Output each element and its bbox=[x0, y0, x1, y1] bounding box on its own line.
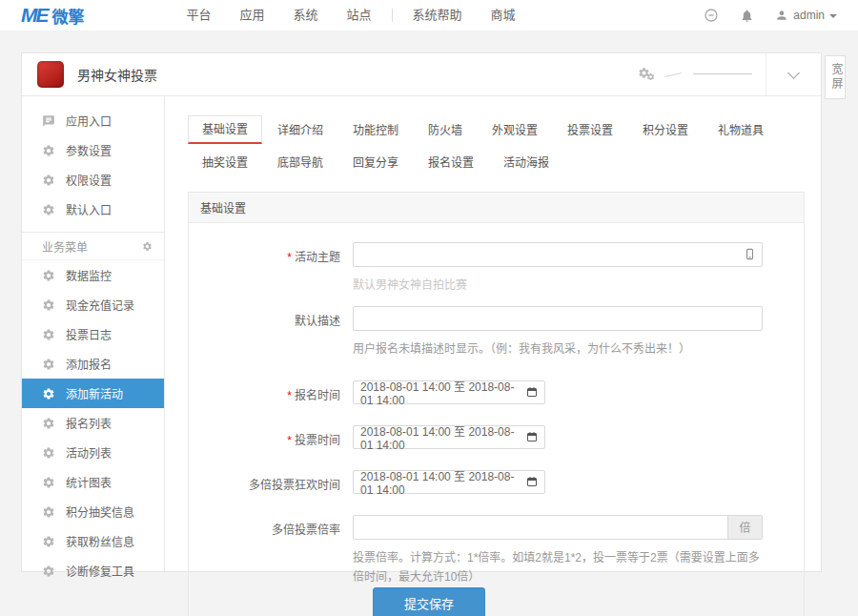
tab-lottery-settings[interactable]: 抽奖设置 bbox=[188, 148, 262, 176]
user-menu[interactable]: admin bbox=[775, 9, 837, 22]
faded-note bbox=[664, 70, 752, 79]
multi-rate-input[interactable] bbox=[354, 516, 727, 539]
topnav-help[interactable]: 系统帮助 bbox=[398, 0, 477, 31]
sidebar-item-label: 默认入口 bbox=[66, 201, 112, 217]
topnav-apps[interactable]: 应用 bbox=[226, 0, 279, 31]
gear-icon bbox=[42, 446, 55, 460]
sidebar-item-data-monitor[interactable]: 数据监控 bbox=[22, 260, 164, 290]
sidebar-item-permission-settings[interactable]: 权限设置 bbox=[22, 165, 164, 195]
widescreen-toggle[interactable]: 宽屏 bbox=[825, 55, 846, 99]
app-header: 男神女神投票 bbox=[22, 53, 821, 96]
required-mark: * bbox=[287, 434, 292, 447]
tab-reply-share[interactable]: 回复分享 bbox=[338, 148, 413, 176]
gear-icon bbox=[42, 535, 55, 548]
topnav-store[interactable]: 商城 bbox=[477, 0, 530, 31]
message-circle-icon[interactable] bbox=[704, 8, 719, 23]
sidebar-item-cash-records[interactable]: 现金充值记录 bbox=[22, 290, 164, 319]
signup-time-range-input[interactable]: 2018-08-01 14:00 至 2018-08-01 14:00 bbox=[353, 380, 545, 404]
tab-appearance[interactable]: 外观设置 bbox=[478, 115, 552, 144]
sidebar-item-label: 诊断修复工具 bbox=[66, 563, 134, 579]
field-label: *投票时间 bbox=[189, 425, 353, 447]
required-mark: * bbox=[287, 251, 292, 264]
gear-icon bbox=[42, 328, 55, 341]
description-help-text: 用户报名未填描述时显示。（例：我有我风采，为什么不秀出来！） bbox=[353, 339, 763, 359]
sidebar-item-lottery-info[interactable]: 积分抽奖信息 bbox=[22, 497, 164, 526]
form-row-description: 默认描述 用户报名未填描述时显示。（例：我有我风采，为什么不秀出来！） bbox=[189, 306, 804, 359]
mobile-insert-icon[interactable] bbox=[744, 247, 756, 261]
gear-icon bbox=[42, 417, 55, 430]
sidebar-item-label: 报名列表 bbox=[66, 415, 112, 431]
sidebar-item-vote-log[interactable]: 投票日志 bbox=[22, 319, 164, 349]
tab-activity-poster[interactable]: 活动海报 bbox=[489, 148, 563, 176]
main-wrap: 男神女神投票 应用入口 参 bbox=[21, 52, 822, 572]
multi-time-range-input[interactable]: 2018-08-01 14:00 至 2018-08-01 14:00 bbox=[353, 470, 545, 494]
tab-function-control[interactable]: 功能控制 bbox=[338, 115, 413, 144]
topnav-system[interactable]: 系统 bbox=[279, 0, 333, 31]
description-input[interactable] bbox=[353, 306, 763, 331]
calendar-icon bbox=[526, 476, 538, 487]
settings-tabs: 基础设置 详细介绍 功能控制 防火墙 外观设置 投票设置 积分设置 礼物道具 抽… bbox=[188, 115, 805, 180]
vote-time-range-input[interactable]: 2018-08-01 14:00 至 2018-08-01 14:00 bbox=[353, 425, 545, 449]
theme-help-text: 默认男神女神自拍比赛 bbox=[353, 276, 763, 295]
tab-detail-intro[interactable]: 详细介绍 bbox=[263, 115, 337, 144]
gear-icon bbox=[42, 387, 55, 400]
sidebar-item-label: 获取粉丝信息 bbox=[66, 533, 134, 549]
field-label: *报名时间 bbox=[189, 380, 353, 402]
sidebar-item-app-entry[interactable]: 应用入口 bbox=[22, 106, 164, 135]
sidebar-item-label: 积分抽奖信息 bbox=[66, 503, 134, 520]
gear-icon bbox=[42, 298, 55, 312]
signup-time-value: 2018-08-01 14:00 至 2018-08-01 14:00 bbox=[360, 378, 521, 407]
sidebar-item-label: 添加报名 bbox=[66, 356, 112, 372]
sidebar-item-param-settings[interactable]: 参数设置 bbox=[22, 135, 164, 165]
tab-signup-settings[interactable]: 报名设置 bbox=[414, 148, 488, 176]
collapse-toggle[interactable] bbox=[766, 53, 821, 95]
tab-gift-props[interactable]: 礼物道具 bbox=[704, 115, 778, 144]
sidebar-item-label: 添加新活动 bbox=[66, 385, 123, 401]
sidebar-item-default-entry[interactable]: 默认入口 bbox=[22, 195, 164, 224]
sidebar-item-signup-list[interactable]: 报名列表 bbox=[22, 408, 164, 438]
settings-gears-icon[interactable] bbox=[638, 67, 659, 82]
sidebar-item-fans-info[interactable]: 获取粉丝信息 bbox=[22, 526, 164, 556]
sidebar-item-add-signup[interactable]: 添加报名 bbox=[22, 349, 164, 379]
field-label: 默认描述 bbox=[189, 306, 353, 328]
sidebar-item-label: 统计图表 bbox=[66, 474, 112, 490]
calendar-icon bbox=[526, 431, 538, 442]
sidebar-item-add-activity[interactable]: 添加新活动 bbox=[22, 379, 164, 408]
notification-bell-icon[interactable] bbox=[740, 9, 754, 23]
theme-input[interactable] bbox=[353, 242, 763, 267]
gear-icon bbox=[42, 565, 55, 578]
sidebar-item-repair-tool[interactable]: 诊断修复工具 bbox=[22, 556, 164, 585]
sidebar-item-label: 现金充值记录 bbox=[66, 297, 134, 313]
tab-points-settings[interactable]: 积分设置 bbox=[628, 115, 703, 144]
logo-text: 微擎 bbox=[52, 4, 85, 28]
sidebar-item-label: 投票日志 bbox=[66, 326, 112, 342]
sidebar-item-statistics[interactable]: 统计图表 bbox=[22, 467, 164, 497]
sidebar: 应用入口 参数设置 权限设置 默认入口 业务菜单 bbox=[22, 96, 165, 571]
sidebar-item-label: 参数设置 bbox=[66, 142, 112, 158]
caret-down-icon bbox=[829, 14, 837, 18]
multi-rate-help-text: 投票倍率。计算方式：1*倍率。如填2就是1*2，投一票等于2票（需要设置上面多倍… bbox=[353, 548, 763, 587]
we7-logo[interactable]: ME 微擎 bbox=[21, 4, 85, 28]
field-label: 多倍投票狂欢时间 bbox=[189, 470, 353, 492]
tab-basic-settings[interactable]: 基础设置 bbox=[188, 115, 262, 144]
chat-bubble-icon bbox=[42, 114, 55, 128]
topnav-platform[interactable]: 平台 bbox=[173, 0, 226, 31]
tab-vote-settings[interactable]: 投票设置 bbox=[553, 115, 627, 144]
form-row-theme: *活动主题 默认男神女神自拍比赛 bbox=[189, 242, 804, 295]
sidebar-section-title: 业务菜单 bbox=[42, 238, 88, 255]
gear-icon bbox=[42, 476, 55, 489]
topnav-sites[interactable]: 站点 bbox=[333, 0, 386, 31]
section-gear-icon[interactable] bbox=[142, 241, 153, 252]
gear-icon bbox=[42, 203, 55, 216]
user-icon bbox=[775, 9, 788, 22]
basic-settings-panel: 基础设置 *活动主题 bbox=[188, 192, 805, 616]
app-logo-icon[interactable] bbox=[37, 61, 64, 88]
topbar: ME 微擎 平台 应用 系统 站点 系统帮助 商城 admin bbox=[0, 0, 858, 31]
app-header-actions bbox=[638, 53, 821, 95]
sidebar-item-activity-list[interactable]: 活动列表 bbox=[22, 438, 164, 467]
tab-firewall[interactable]: 防火墙 bbox=[414, 115, 477, 144]
tab-footer-nav[interactable]: 底部导航 bbox=[263, 148, 337, 176]
content-area: 基础设置 详细介绍 功能控制 防火墙 外观设置 投票设置 积分设置 礼物道具 抽… bbox=[165, 96, 821, 571]
field-label: *活动主题 bbox=[189, 242, 353, 264]
sidebar-item-label: 权限设置 bbox=[66, 172, 112, 188]
